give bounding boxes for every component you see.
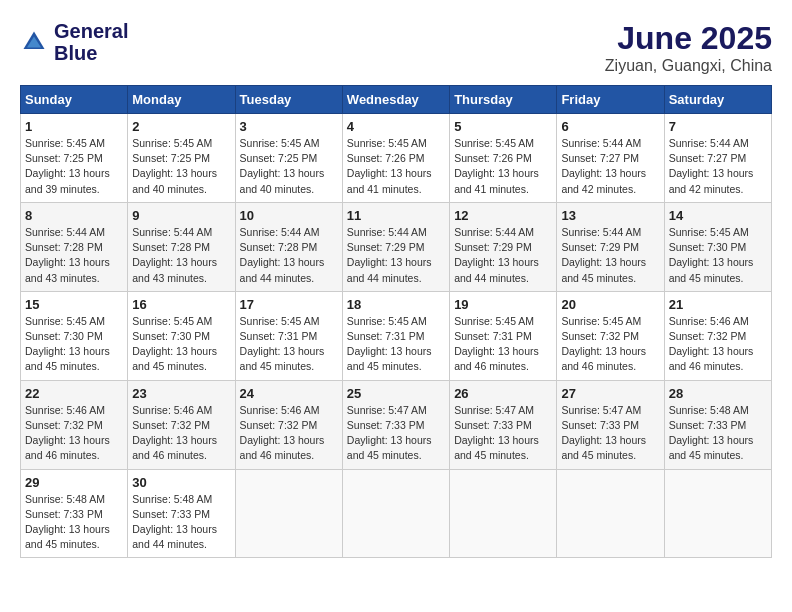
day-info: Sunrise: 5:46 AMSunset: 7:32 PMDaylight:…	[669, 314, 767, 375]
day-info: Sunrise: 5:45 AMSunset: 7:32 PMDaylight:…	[561, 314, 659, 375]
day-info: Sunrise: 5:46 AMSunset: 7:32 PMDaylight:…	[25, 403, 123, 464]
day-number: 29	[25, 475, 123, 490]
day-info: Sunrise: 5:48 AMSunset: 7:33 PMDaylight:…	[669, 403, 767, 464]
day-info: Sunrise: 5:45 AMSunset: 7:25 PMDaylight:…	[25, 136, 123, 197]
calendar-cell: 25 Sunrise: 5:47 AMSunset: 7:33 PMDaylig…	[342, 380, 449, 469]
calendar: SundayMondayTuesdayWednesdayThursdayFrid…	[20, 85, 772, 558]
day-number: 18	[347, 297, 445, 312]
weekday-header-row: SundayMondayTuesdayWednesdayThursdayFrid…	[21, 86, 772, 114]
calendar-cell: 4 Sunrise: 5:45 AMSunset: 7:26 PMDayligh…	[342, 114, 449, 203]
weekday-header-sunday: Sunday	[21, 86, 128, 114]
day-info: Sunrise: 5:45 AMSunset: 7:30 PMDaylight:…	[25, 314, 123, 375]
day-info: Sunrise: 5:44 AMSunset: 7:29 PMDaylight:…	[561, 225, 659, 286]
logo: General Blue	[20, 20, 128, 64]
day-number: 9	[132, 208, 230, 223]
day-info: Sunrise: 5:47 AMSunset: 7:33 PMDaylight:…	[561, 403, 659, 464]
calendar-cell: 26 Sunrise: 5:47 AMSunset: 7:33 PMDaylig…	[450, 380, 557, 469]
calendar-cell: 16 Sunrise: 5:45 AMSunset: 7:30 PMDaylig…	[128, 291, 235, 380]
calendar-cell: 29 Sunrise: 5:48 AMSunset: 7:33 PMDaylig…	[21, 469, 128, 558]
day-number: 14	[669, 208, 767, 223]
weekday-header-thursday: Thursday	[450, 86, 557, 114]
calendar-cell: 13 Sunrise: 5:44 AMSunset: 7:29 PMDaylig…	[557, 202, 664, 291]
day-number: 7	[669, 119, 767, 134]
day-number: 23	[132, 386, 230, 401]
calendar-cell: 2 Sunrise: 5:45 AMSunset: 7:25 PMDayligh…	[128, 114, 235, 203]
day-info: Sunrise: 5:45 AMSunset: 7:30 PMDaylight:…	[132, 314, 230, 375]
day-number: 24	[240, 386, 338, 401]
logo-icon	[20, 28, 48, 56]
day-number: 21	[669, 297, 767, 312]
day-info: Sunrise: 5:46 AMSunset: 7:32 PMDaylight:…	[132, 403, 230, 464]
calendar-cell: 21 Sunrise: 5:46 AMSunset: 7:32 PMDaylig…	[664, 291, 771, 380]
day-info: Sunrise: 5:45 AMSunset: 7:26 PMDaylight:…	[347, 136, 445, 197]
day-number: 10	[240, 208, 338, 223]
day-info: Sunrise: 5:45 AMSunset: 7:31 PMDaylight:…	[347, 314, 445, 375]
day-info: Sunrise: 5:45 AMSunset: 7:31 PMDaylight:…	[240, 314, 338, 375]
calendar-cell: 14 Sunrise: 5:45 AMSunset: 7:30 PMDaylig…	[664, 202, 771, 291]
day-info: Sunrise: 5:44 AMSunset: 7:29 PMDaylight:…	[454, 225, 552, 286]
calendar-cell	[557, 469, 664, 558]
calendar-week-2: 8 Sunrise: 5:44 AMSunset: 7:28 PMDayligh…	[21, 202, 772, 291]
day-number: 15	[25, 297, 123, 312]
calendar-cell: 6 Sunrise: 5:44 AMSunset: 7:27 PMDayligh…	[557, 114, 664, 203]
calendar-cell: 12 Sunrise: 5:44 AMSunset: 7:29 PMDaylig…	[450, 202, 557, 291]
calendar-week-4: 22 Sunrise: 5:46 AMSunset: 7:32 PMDaylig…	[21, 380, 772, 469]
month-title: June 2025	[605, 20, 772, 57]
calendar-cell: 19 Sunrise: 5:45 AMSunset: 7:31 PMDaylig…	[450, 291, 557, 380]
calendar-week-5: 29 Sunrise: 5:48 AMSunset: 7:33 PMDaylig…	[21, 469, 772, 558]
calendar-week-1: 1 Sunrise: 5:45 AMSunset: 7:25 PMDayligh…	[21, 114, 772, 203]
calendar-cell: 8 Sunrise: 5:44 AMSunset: 7:28 PMDayligh…	[21, 202, 128, 291]
day-info: Sunrise: 5:48 AMSunset: 7:33 PMDaylight:…	[132, 492, 230, 553]
day-info: Sunrise: 5:44 AMSunset: 7:28 PMDaylight:…	[132, 225, 230, 286]
day-number: 8	[25, 208, 123, 223]
day-info: Sunrise: 5:48 AMSunset: 7:33 PMDaylight:…	[25, 492, 123, 553]
day-info: Sunrise: 5:44 AMSunset: 7:27 PMDaylight:…	[669, 136, 767, 197]
calendar-cell	[342, 469, 449, 558]
day-number: 22	[25, 386, 123, 401]
day-number: 20	[561, 297, 659, 312]
day-number: 26	[454, 386, 552, 401]
day-number: 1	[25, 119, 123, 134]
weekday-header-friday: Friday	[557, 86, 664, 114]
day-number: 19	[454, 297, 552, 312]
calendar-cell: 7 Sunrise: 5:44 AMSunset: 7:27 PMDayligh…	[664, 114, 771, 203]
day-number: 30	[132, 475, 230, 490]
day-info: Sunrise: 5:44 AMSunset: 7:28 PMDaylight:…	[25, 225, 123, 286]
logo-text: General Blue	[54, 20, 128, 64]
calendar-cell: 20 Sunrise: 5:45 AMSunset: 7:32 PMDaylig…	[557, 291, 664, 380]
calendar-cell: 30 Sunrise: 5:48 AMSunset: 7:33 PMDaylig…	[128, 469, 235, 558]
day-number: 2	[132, 119, 230, 134]
day-number: 28	[669, 386, 767, 401]
weekday-header-tuesday: Tuesday	[235, 86, 342, 114]
day-number: 5	[454, 119, 552, 134]
day-number: 11	[347, 208, 445, 223]
calendar-cell: 17 Sunrise: 5:45 AMSunset: 7:31 PMDaylig…	[235, 291, 342, 380]
day-info: Sunrise: 5:44 AMSunset: 7:28 PMDaylight:…	[240, 225, 338, 286]
weekday-header-saturday: Saturday	[664, 86, 771, 114]
calendar-cell: 11 Sunrise: 5:44 AMSunset: 7:29 PMDaylig…	[342, 202, 449, 291]
day-number: 12	[454, 208, 552, 223]
weekday-header-wednesday: Wednesday	[342, 86, 449, 114]
day-info: Sunrise: 5:44 AMSunset: 7:27 PMDaylight:…	[561, 136, 659, 197]
day-number: 25	[347, 386, 445, 401]
day-number: 4	[347, 119, 445, 134]
day-info: Sunrise: 5:46 AMSunset: 7:32 PMDaylight:…	[240, 403, 338, 464]
day-number: 17	[240, 297, 338, 312]
calendar-cell: 23 Sunrise: 5:46 AMSunset: 7:32 PMDaylig…	[128, 380, 235, 469]
calendar-cell: 5 Sunrise: 5:45 AMSunset: 7:26 PMDayligh…	[450, 114, 557, 203]
calendar-cell: 27 Sunrise: 5:47 AMSunset: 7:33 PMDaylig…	[557, 380, 664, 469]
day-info: Sunrise: 5:45 AMSunset: 7:26 PMDaylight:…	[454, 136, 552, 197]
calendar-cell: 24 Sunrise: 5:46 AMSunset: 7:32 PMDaylig…	[235, 380, 342, 469]
calendar-cell: 28 Sunrise: 5:48 AMSunset: 7:33 PMDaylig…	[664, 380, 771, 469]
day-number: 6	[561, 119, 659, 134]
day-info: Sunrise: 5:45 AMSunset: 7:31 PMDaylight:…	[454, 314, 552, 375]
day-number: 16	[132, 297, 230, 312]
header: General Blue June 2025 Ziyuan, Guangxi, …	[20, 20, 772, 75]
calendar-cell	[235, 469, 342, 558]
calendar-cell: 10 Sunrise: 5:44 AMSunset: 7:28 PMDaylig…	[235, 202, 342, 291]
calendar-cell: 3 Sunrise: 5:45 AMSunset: 7:25 PMDayligh…	[235, 114, 342, 203]
day-info: Sunrise: 5:47 AMSunset: 7:33 PMDaylight:…	[454, 403, 552, 464]
calendar-cell: 15 Sunrise: 5:45 AMSunset: 7:30 PMDaylig…	[21, 291, 128, 380]
calendar-week-3: 15 Sunrise: 5:45 AMSunset: 7:30 PMDaylig…	[21, 291, 772, 380]
day-number: 3	[240, 119, 338, 134]
